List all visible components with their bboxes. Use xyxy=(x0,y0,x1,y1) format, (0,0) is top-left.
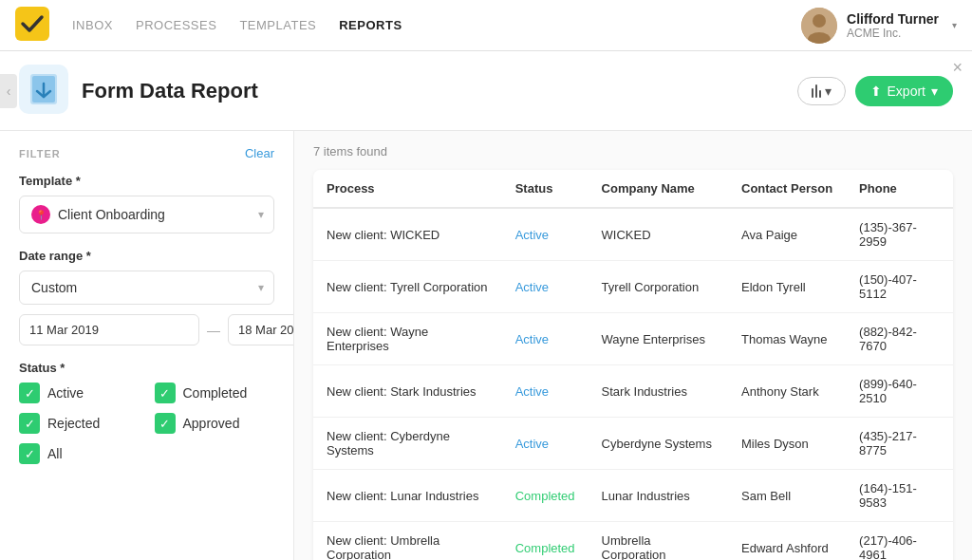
cell-company: WICKED xyxy=(589,208,728,261)
nav-reports[interactable]: REPORTS xyxy=(339,14,402,36)
status-checkboxes: ✓ Active ✓ Completed ✓ Rejected ✓ Approv… xyxy=(19,383,274,464)
table-body: New client: WICKED Active WICKED Ava Pai… xyxy=(313,208,953,560)
cell-process: New client: Umbrella Corporation xyxy=(313,522,502,561)
cell-status: Active xyxy=(502,365,589,418)
table-header: Process Status Company Name Contact Pers… xyxy=(313,170,953,208)
cell-contact: Edward Ashford xyxy=(728,522,846,561)
template-value: Client Onboarding xyxy=(58,207,262,222)
user-dropdown-icon[interactable]: ▾ xyxy=(952,20,957,30)
status-field-label: Status * xyxy=(19,361,274,375)
nav-inbox[interactable]: INBOX xyxy=(72,14,113,36)
cell-phone: (435)-217-8775 xyxy=(846,418,953,470)
cell-phone: (882)-842-7670 xyxy=(846,313,953,365)
logo[interactable] xyxy=(15,7,49,44)
all-checkbox[interactable]: ✓ xyxy=(19,443,40,464)
user-name: Clifford Turner xyxy=(847,11,939,27)
nav-templates[interactable]: TEMPLATES xyxy=(239,14,316,36)
date-range-row: — xyxy=(19,314,274,345)
user-info: Clifford Turner ACME Inc. xyxy=(847,11,939,40)
cell-phone: (150)-407-5112 xyxy=(846,261,953,313)
filter-sidebar: FILTER Clear Template * 📍 Client Onboard… xyxy=(0,131,294,560)
report-header: ‹ Form Data Report ▾ ⬆ E xyxy=(0,51,972,131)
date-from-input[interactable] xyxy=(19,314,199,345)
svg-rect-0 xyxy=(15,7,49,41)
filter-header: FILTER Clear xyxy=(19,146,274,160)
table-row: New client: Cyberdyne Systems Active Cyb… xyxy=(313,418,953,470)
cell-contact: Anthony Stark xyxy=(728,365,846,418)
all-label: All xyxy=(47,446,63,461)
cell-phone: (899)-640-2510 xyxy=(846,365,953,418)
column-toggle-icon xyxy=(812,84,821,98)
nav-processes[interactable]: PROCESSES xyxy=(136,14,216,36)
cell-status: Active xyxy=(502,208,589,261)
cell-status: Active xyxy=(502,261,589,313)
cell-phone: (135)-367-2959 xyxy=(846,208,953,261)
rejected-checkbox[interactable]: ✓ xyxy=(19,413,40,434)
cell-company: Tyrell Corporation xyxy=(589,261,728,313)
active-checkbox[interactable]: ✓ xyxy=(19,383,40,403)
cell-phone: (164)-151-9583 xyxy=(846,470,953,522)
cell-process: New client: Cyberdyne Systems xyxy=(313,418,502,470)
template-select[interactable]: 📍 Client Onboarding ▾ xyxy=(19,196,274,233)
content-area: FILTER Clear Template * 📍 Client Onboard… xyxy=(0,131,972,560)
date-range-field-label: Date range * xyxy=(19,249,274,263)
date-range-value: Custom xyxy=(31,280,262,295)
cell-company: Stark Industries xyxy=(589,365,728,418)
nav-items: INBOX PROCESSES TEMPLATES REPORTS xyxy=(72,14,801,36)
cell-contact: Sam Bell xyxy=(728,470,846,522)
approved-label: Approved xyxy=(183,416,240,431)
cell-company: Lunar Industries xyxy=(589,470,728,522)
col-status: Status xyxy=(502,170,589,208)
cell-status: Active xyxy=(502,313,589,365)
cell-process: New client: Lunar Industries xyxy=(313,470,502,522)
cell-phone: (217)-406-4961 xyxy=(846,522,953,561)
active-label: Active xyxy=(47,385,84,401)
status-active-item[interactable]: ✓ Active xyxy=(19,383,140,403)
col-contact: Contact Person xyxy=(728,170,846,208)
col-process: Process xyxy=(313,170,502,208)
close-button[interactable]: × xyxy=(952,59,963,76)
data-table: Process Status Company Name Contact Pers… xyxy=(313,170,953,560)
export-dropdown-icon: ▾ xyxy=(931,84,938,99)
table-row: New client: Wayne Enterprises Active Way… xyxy=(313,313,953,365)
export-icon: ⬆ xyxy=(870,84,882,99)
date-range-select[interactable]: Custom ▾ xyxy=(19,271,274,305)
avatar xyxy=(801,8,837,44)
status-all-item[interactable]: ✓ All xyxy=(19,443,140,464)
date-separator: — xyxy=(207,323,220,338)
svg-point-2 xyxy=(813,14,826,28)
clear-filter-button[interactable]: Clear xyxy=(245,146,274,160)
col-phone: Phone xyxy=(846,170,953,208)
cell-contact: Miles Dyson xyxy=(728,418,846,470)
report-icon xyxy=(19,65,68,117)
template-dropdown-icon: ▾ xyxy=(258,208,264,221)
toolbar-actions: ▾ ⬆ Export ▾ xyxy=(797,76,953,106)
cell-process: New client: Stark Industries xyxy=(313,365,502,418)
page-title: Form Data Report xyxy=(82,79,797,103)
completed-checkbox[interactable]: ✓ xyxy=(155,383,176,403)
rejected-label: Rejected xyxy=(47,416,100,431)
status-approved-item[interactable]: ✓ Approved xyxy=(155,413,275,434)
cell-contact: Thomas Wayne xyxy=(728,313,846,365)
approved-checkbox[interactable]: ✓ xyxy=(155,413,176,434)
cell-process: New client: Tyrell Corporation xyxy=(313,261,502,313)
cell-process: New client: WICKED xyxy=(313,208,502,261)
status-completed-item[interactable]: ✓ Completed xyxy=(155,383,275,403)
table-row: New client: Lunar Industries Completed L… xyxy=(313,470,953,522)
cell-company: Cyberdyne Systems xyxy=(589,418,728,470)
template-field-label: Template * xyxy=(19,174,274,188)
left-nav-arrow[interactable]: ‹ xyxy=(0,74,17,108)
cell-process: New client: Wayne Enterprises xyxy=(313,313,502,365)
user-company: ACME Inc. xyxy=(847,27,939,40)
date-to-input[interactable] xyxy=(228,314,294,345)
completed-label: Completed xyxy=(183,385,248,401)
status-rejected-item[interactable]: ✓ Rejected xyxy=(19,413,140,434)
export-button[interactable]: ⬆ Export ▾ xyxy=(855,76,953,106)
user-area[interactable]: Clifford Turner ACME Inc. ▾ xyxy=(801,8,957,44)
main-wrapper: ‹ Form Data Report ▾ ⬆ E xyxy=(0,51,972,560)
col-company: Company Name xyxy=(589,170,728,208)
column-toggle-button[interactable]: ▾ xyxy=(797,77,846,105)
cell-status: Completed xyxy=(502,470,589,522)
table-row: New client: Tyrell Corporation Active Ty… xyxy=(313,261,953,313)
table-row: New client: Stark Industries Active Star… xyxy=(313,365,953,418)
